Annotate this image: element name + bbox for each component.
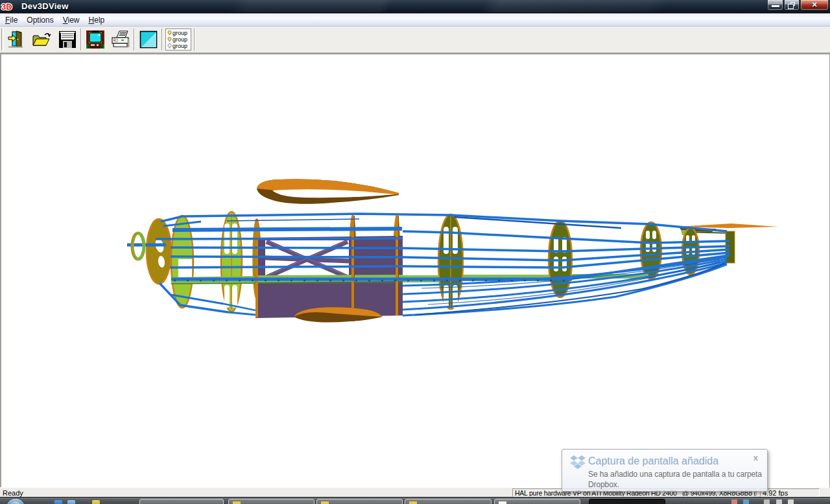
restore-button[interactable] (784, 0, 800, 10)
menu-view[interactable]: View (58, 14, 84, 26)
minimize-button[interactable] (767, 0, 783, 10)
toolbar-separator (80, 29, 82, 51)
menu-options[interactable]: Options (22, 14, 58, 26)
fuselage-stringers (127, 214, 729, 315)
start-button[interactable] (6, 499, 25, 504)
status-ready: Ready (3, 489, 23, 497)
taskbar-window-button[interactable] (139, 499, 224, 504)
minimize-icon (772, 5, 779, 7)
group-row: group (167, 36, 191, 43)
close-icon: ✕ (801, 1, 828, 9)
caption-buttons: ✕ (767, 0, 829, 10)
material-swatch-icon (139, 30, 158, 49)
quicklaunch-icon-1[interactable] (54, 500, 62, 504)
fuselage-formers (147, 212, 735, 312)
menu-file[interactable]: File (0, 14, 22, 26)
group-row: group (167, 30, 191, 36)
bulb-icon (167, 37, 172, 42)
app-icon: 3D (1, 2, 20, 11)
exit-button[interactable] (4, 28, 29, 51)
window-title: Dev3DView (21, 1, 69, 11)
status-fps-panel: 4.92 fps (760, 488, 820, 497)
taskbar-window-button[interactable] (228, 499, 314, 504)
taskbar-button-icon (233, 501, 241, 504)
group-row: group (167, 43, 191, 49)
taskbar-window-button[interactable] (405, 499, 492, 504)
exit-door-icon (7, 30, 27, 49)
dropbox-notification[interactable]: Captura de pantalla añadida Se ha añadid… (562, 449, 768, 492)
svg-text:3D: 3D (1, 2, 12, 11)
menubar: File Options View Help (0, 14, 830, 27)
restore-icon (790, 2, 795, 6)
group-panel[interactable]: group group group (165, 29, 191, 51)
dropbox-icon (570, 455, 586, 469)
taskbar-window-button[interactable] (494, 499, 580, 504)
tray-icon-4[interactable] (776, 499, 782, 504)
quicklaunch-icon-3[interactable] (92, 500, 100, 504)
toolbar: group group group (0, 27, 830, 53)
notification-body: Se ha añadido una captura de pantalla a … (588, 470, 768, 490)
taskbar-button-icon (499, 501, 506, 504)
notification-title: Captura de pantalla añadida (588, 455, 718, 467)
close-button[interactable]: ✕ (800, 0, 829, 10)
toolbar-separator (161, 29, 163, 51)
tray-icon-5[interactable] (788, 499, 794, 504)
viewport-canvas[interactable] (1, 54, 829, 487)
tray-icon-1[interactable] (731, 499, 737, 504)
tray-icon-3[interactable] (764, 499, 770, 504)
taskbar-window-button-active[interactable] (589, 499, 665, 504)
taskbar (0, 497, 830, 504)
save-button[interactable] (54, 28, 80, 51)
taskbar-window-button[interactable] (316, 499, 403, 504)
toolbar-separator (194, 29, 195, 51)
viewport-frame (0, 53, 830, 487)
taskbar-button-icon (409, 501, 417, 504)
app-window: 3D Dev3DView ✕ File Options View Help (0, 0, 830, 504)
notification-close-icon[interactable]: x (753, 453, 758, 463)
bulb-icon (167, 30, 172, 36)
open-button[interactable] (29, 28, 54, 51)
tray-icon-2[interactable] (743, 499, 749, 504)
menu-help[interactable]: Help (84, 14, 110, 26)
render-monitor-icon (86, 30, 105, 49)
taskbar-button-icon (321, 501, 329, 504)
save-floppy-icon (58, 30, 77, 49)
bulb-icon (167, 43, 172, 49)
titlebar: 3D Dev3DView ✕ (0, 0, 830, 13)
open-folder-icon (32, 30, 53, 49)
quicklaunch-icon-2[interactable] (67, 500, 75, 504)
render-button[interactable] (82, 28, 108, 51)
material-button[interactable] (136, 28, 161, 51)
print-icon (110, 30, 131, 49)
print-button[interactable] (108, 28, 133, 51)
aircraft-wireframe-model (1, 54, 829, 487)
toolbar-separator (134, 29, 135, 51)
